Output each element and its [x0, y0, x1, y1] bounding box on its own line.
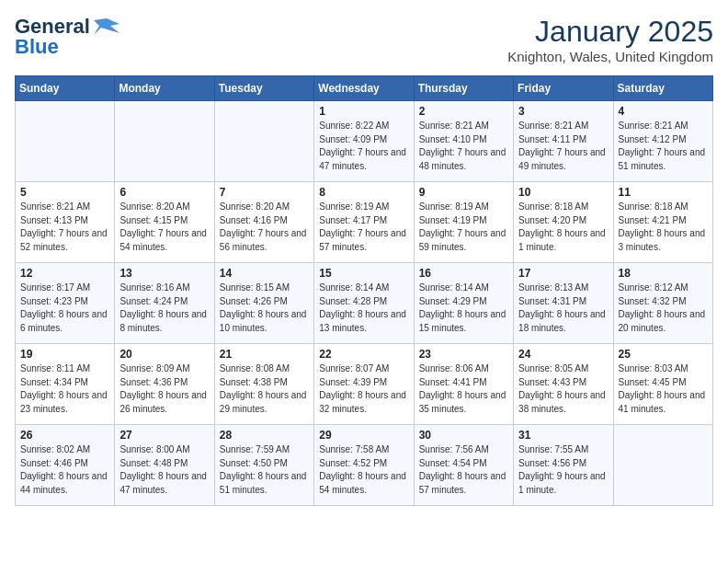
col-header-tuesday: Tuesday — [214, 76, 313, 101]
calendar-cell: 3Sunrise: 8:21 AM Sunset: 4:11 PM Daylig… — [514, 101, 613, 182]
calendar-cell — [214, 101, 313, 182]
calendar-cell: 11Sunrise: 8:18 AM Sunset: 4:21 PM Dayli… — [613, 182, 712, 263]
day-info: Sunrise: 8:21 AM Sunset: 4:10 PM Dayligh… — [419, 120, 508, 173]
day-number: 13 — [119, 267, 209, 280]
svg-marker-0 — [94, 18, 119, 35]
day-number: 1 — [319, 105, 408, 118]
calendar-week-row: 12Sunrise: 8:17 AM Sunset: 4:23 PM Dayli… — [16, 263, 713, 344]
day-info: Sunrise: 8:20 AM Sunset: 4:15 PM Dayligh… — [119, 201, 209, 254]
calendar-cell: 12Sunrise: 8:17 AM Sunset: 4:23 PM Dayli… — [16, 263, 115, 344]
day-info: Sunrise: 7:55 AM Sunset: 4:56 PM Dayligh… — [518, 443, 608, 497]
calendar-cell: 10Sunrise: 8:18 AM Sunset: 4:20 PM Dayli… — [514, 182, 613, 263]
calendar-title: January 2025 — [507, 15, 713, 49]
day-number: 8 — [319, 186, 408, 199]
col-header-friday: Friday — [514, 76, 613, 101]
calendar-table: SundayMondayTuesdayWednesdayThursdayFrid… — [15, 75, 713, 506]
day-info: Sunrise: 8:14 AM Sunset: 4:28 PM Dayligh… — [319, 282, 408, 335]
day-number: 14 — [220, 267, 309, 280]
calendar-cell: 22Sunrise: 8:07 AM Sunset: 4:39 PM Dayli… — [314, 344, 414, 425]
day-info: Sunrise: 8:06 AM Sunset: 4:41 PM Dayligh… — [419, 362, 508, 416]
calendar-cell: 28Sunrise: 7:59 AM Sunset: 4:50 PM Dayli… — [214, 425, 313, 506]
calendar-cell: 26Sunrise: 8:02 AM Sunset: 4:46 PM Dayli… — [16, 425, 115, 506]
day-number: 12 — [20, 267, 109, 280]
day-number: 19 — [20, 348, 109, 361]
day-info: Sunrise: 8:12 AM Sunset: 4:32 PM Dayligh… — [619, 282, 708, 335]
day-info: Sunrise: 8:08 AM Sunset: 4:38 PM Dayligh… — [220, 362, 309, 416]
day-info: Sunrise: 8:16 AM Sunset: 4:24 PM Dayligh… — [119, 282, 209, 335]
day-info: Sunrise: 8:15 AM Sunset: 4:26 PM Dayligh… — [220, 282, 309, 335]
day-number: 4 — [619, 105, 708, 118]
day-number: 9 — [419, 186, 508, 199]
calendar-cell: 9Sunrise: 8:19 AM Sunset: 4:19 PM Daylig… — [414, 182, 513, 263]
calendar-cell: 13Sunrise: 8:16 AM Sunset: 4:24 PM Dayli… — [115, 263, 214, 344]
calendar-cell: 19Sunrise: 8:11 AM Sunset: 4:34 PM Dayli… — [16, 344, 115, 425]
day-number: 15 — [319, 267, 408, 280]
day-info: Sunrise: 7:59 AM Sunset: 4:50 PM Dayligh… — [220, 443, 309, 497]
calendar-cell: 21Sunrise: 8:08 AM Sunset: 4:38 PM Dayli… — [214, 344, 313, 425]
calendar-cell: 23Sunrise: 8:06 AM Sunset: 4:41 PM Dayli… — [414, 344, 513, 425]
day-info: Sunrise: 8:21 AM Sunset: 4:11 PM Dayligh… — [518, 120, 608, 173]
calendar-header-row: SundayMondayTuesdayWednesdayThursdayFrid… — [16, 76, 713, 101]
day-number: 31 — [518, 429, 608, 442]
day-number: 10 — [518, 186, 608, 199]
calendar-cell: 1Sunrise: 8:22 AM Sunset: 4:09 PM Daylig… — [314, 101, 414, 182]
day-info: Sunrise: 8:03 AM Sunset: 4:45 PM Dayligh… — [619, 362, 708, 416]
col-header-wednesday: Wednesday — [314, 76, 414, 101]
calendar-cell: 27Sunrise: 8:00 AM Sunset: 4:48 PM Dayli… — [115, 425, 214, 506]
calendar-cell: 8Sunrise: 8:19 AM Sunset: 4:17 PM Daylig… — [314, 182, 414, 263]
day-info: Sunrise: 8:05 AM Sunset: 4:43 PM Dayligh… — [518, 362, 608, 416]
day-number: 20 — [119, 348, 209, 361]
day-info: Sunrise: 8:22 AM Sunset: 4:09 PM Dayligh… — [319, 120, 408, 173]
day-number: 3 — [518, 105, 608, 118]
day-number: 2 — [419, 105, 508, 118]
calendar-cell: 20Sunrise: 8:09 AM Sunset: 4:36 PM Dayli… — [115, 344, 214, 425]
day-number: 7 — [220, 186, 309, 199]
day-number: 24 — [518, 348, 608, 361]
calendar-cell: 2Sunrise: 8:21 AM Sunset: 4:10 PM Daylig… — [414, 101, 513, 182]
calendar-cell: 6Sunrise: 8:20 AM Sunset: 4:15 PM Daylig… — [115, 182, 214, 263]
day-info: Sunrise: 8:21 AM Sunset: 4:13 PM Dayligh… — [20, 201, 109, 254]
day-number: 6 — [119, 186, 209, 199]
page-header: General Blue January 2025 Knighton, Wale… — [15, 15, 713, 64]
calendar-cell — [613, 425, 712, 506]
day-info: Sunrise: 7:58 AM Sunset: 4:52 PM Dayligh… — [319, 443, 408, 497]
day-info: Sunrise: 8:09 AM Sunset: 4:36 PM Dayligh… — [119, 362, 209, 416]
calendar-week-row: 19Sunrise: 8:11 AM Sunset: 4:34 PM Dayli… — [16, 344, 713, 425]
day-info: Sunrise: 8:18 AM Sunset: 4:21 PM Dayligh… — [619, 201, 708, 254]
col-header-sunday: Sunday — [16, 76, 115, 101]
day-number: 17 — [518, 267, 608, 280]
calendar-cell: 24Sunrise: 8:05 AM Sunset: 4:43 PM Dayli… — [514, 344, 613, 425]
day-info: Sunrise: 8:13 AM Sunset: 4:31 PM Dayligh… — [518, 282, 608, 335]
day-number: 26 — [20, 429, 109, 442]
day-number: 18 — [619, 267, 708, 280]
day-info: Sunrise: 8:02 AM Sunset: 4:46 PM Dayligh… — [20, 443, 109, 497]
col-header-saturday: Saturday — [613, 76, 712, 101]
day-info: Sunrise: 8:20 AM Sunset: 4:16 PM Dayligh… — [220, 201, 309, 254]
day-number: 23 — [419, 348, 508, 361]
day-info: Sunrise: 8:19 AM Sunset: 4:19 PM Dayligh… — [419, 201, 508, 254]
logo: General Blue — [15, 15, 119, 59]
calendar-cell: 17Sunrise: 8:13 AM Sunset: 4:31 PM Dayli… — [514, 263, 613, 344]
calendar-cell: 25Sunrise: 8:03 AM Sunset: 4:45 PM Dayli… — [613, 344, 712, 425]
calendar-cell: 7Sunrise: 8:20 AM Sunset: 4:16 PM Daylig… — [214, 182, 313, 263]
calendar-cell: 29Sunrise: 7:58 AM Sunset: 4:52 PM Dayli… — [314, 425, 414, 506]
calendar-week-row: 5Sunrise: 8:21 AM Sunset: 4:13 PM Daylig… — [16, 182, 713, 263]
day-number: 21 — [220, 348, 309, 361]
calendar-week-row: 1Sunrise: 8:22 AM Sunset: 4:09 PM Daylig… — [16, 101, 713, 182]
logo-bird-icon — [94, 17, 119, 37]
calendar-cell: 16Sunrise: 8:14 AM Sunset: 4:29 PM Dayli… — [414, 263, 513, 344]
day-number: 25 — [619, 348, 708, 361]
day-number: 27 — [119, 429, 209, 442]
calendar-cell: 5Sunrise: 8:21 AM Sunset: 4:13 PM Daylig… — [16, 182, 115, 263]
calendar-cell — [16, 101, 115, 182]
day-info: Sunrise: 8:17 AM Sunset: 4:23 PM Dayligh… — [20, 282, 109, 335]
day-number: 28 — [220, 429, 309, 442]
calendar-cell — [115, 101, 214, 182]
day-info: Sunrise: 8:14 AM Sunset: 4:29 PM Dayligh… — [419, 282, 508, 335]
day-info: Sunrise: 8:00 AM Sunset: 4:48 PM Dayligh… — [119, 443, 209, 497]
calendar-cell: 4Sunrise: 8:21 AM Sunset: 4:12 PM Daylig… — [613, 101, 712, 182]
day-info: Sunrise: 8:07 AM Sunset: 4:39 PM Dayligh… — [319, 362, 408, 416]
day-number: 29 — [319, 429, 408, 442]
day-info: Sunrise: 7:56 AM Sunset: 4:54 PM Dayligh… — [419, 443, 508, 497]
calendar-cell: 31Sunrise: 7:55 AM Sunset: 4:56 PM Dayli… — [514, 425, 613, 506]
